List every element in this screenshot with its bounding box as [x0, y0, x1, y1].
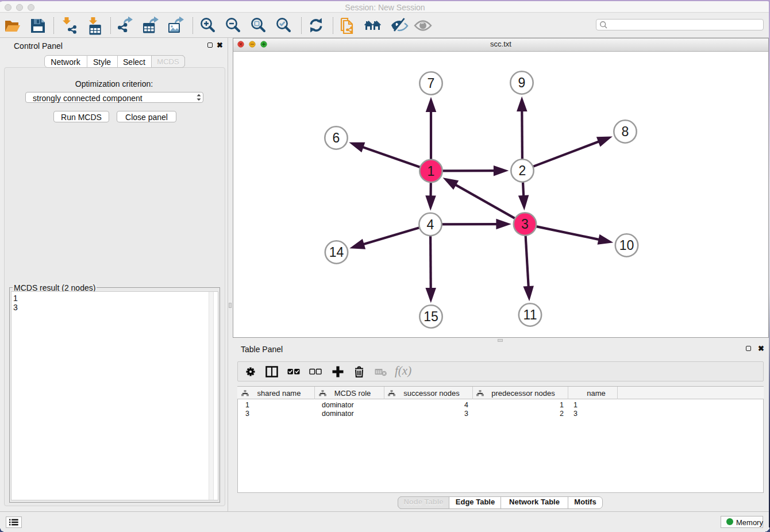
svg-text:15: 15	[424, 309, 438, 324]
svg-text:6: 6	[333, 130, 340, 145]
svg-text:4: 4	[427, 217, 434, 232]
svg-text:3: 3	[521, 217, 529, 232]
svg-text:8: 8	[622, 124, 629, 139]
svg-text:9: 9	[518, 75, 526, 90]
svg-text:2: 2	[519, 163, 526, 178]
svg-text:7: 7	[428, 76, 435, 91]
svg-text:14: 14	[329, 245, 344, 260]
svg-text:11: 11	[523, 307, 537, 322]
svg-text:10: 10	[619, 238, 634, 253]
svg-text:1: 1	[428, 164, 435, 179]
